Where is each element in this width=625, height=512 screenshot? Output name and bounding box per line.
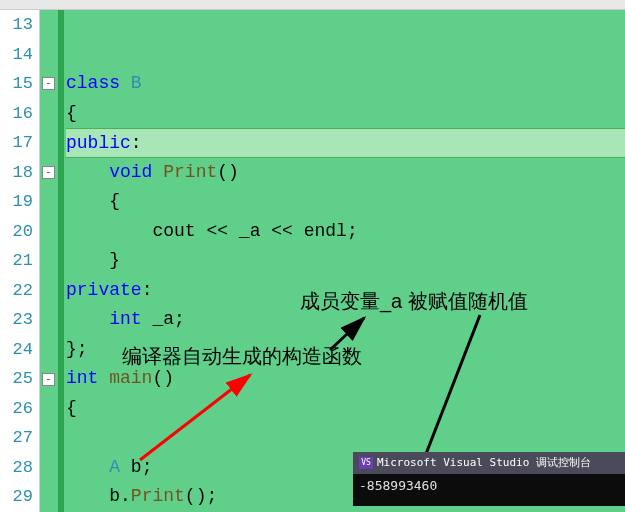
code-line xyxy=(66,423,625,453)
line-number: 25 xyxy=(0,364,33,394)
console-title-text: Microsoft Visual Studio 调试控制台 xyxy=(377,452,591,474)
fold-toggle-icon[interactable]: - xyxy=(42,373,55,386)
fold-toggle-icon[interactable]: - xyxy=(42,77,55,90)
line-number: 16 xyxy=(0,99,33,129)
line-number: 13 xyxy=(0,10,33,40)
fold-toggle-icon[interactable]: - xyxy=(42,166,55,179)
line-number: 24 xyxy=(0,335,33,365)
console-titlebar[interactable]: VS Microsoft Visual Studio 调试控制台 xyxy=(353,452,625,474)
line-number: 27 xyxy=(0,423,33,453)
line-number: 17 xyxy=(0,128,33,158)
code-line: }; xyxy=(66,335,625,365)
code-line xyxy=(66,40,625,70)
line-number-gutter: 13 14 15 16 17 18 19 20 21 22 23 24 25 2… xyxy=(0,10,40,512)
debug-console-window[interactable]: VS Microsoft Visual Studio 调试控制台 -858993… xyxy=(353,452,625,506)
code-line: } xyxy=(66,246,625,276)
code-line: void Print() xyxy=(66,158,625,188)
visual-studio-icon: VS xyxy=(359,457,373,469)
code-line: { xyxy=(66,99,625,129)
line-number: 20 xyxy=(0,217,33,247)
code-editor: 13 14 15 16 17 18 19 20 21 22 23 24 25 2… xyxy=(0,10,625,512)
code-line: class B xyxy=(66,69,625,99)
editor-topbar xyxy=(0,0,625,10)
code-line: private: xyxy=(66,276,625,306)
line-number: 15 xyxy=(0,69,33,99)
code-line: int _a; xyxy=(66,305,625,335)
console-output: -858993460 xyxy=(353,474,625,497)
code-line: { xyxy=(66,187,625,217)
line-number: 28 xyxy=(0,453,33,483)
line-number: 14 xyxy=(0,40,33,70)
fold-margin: - - - xyxy=(40,10,58,512)
line-number: 26 xyxy=(0,394,33,424)
line-number: 21 xyxy=(0,246,33,276)
code-line: { xyxy=(66,394,625,424)
line-number: 22 xyxy=(0,276,33,306)
line-number: 29 xyxy=(0,482,33,512)
line-number: 23 xyxy=(0,305,33,335)
code-line: cout << _a << endl; xyxy=(66,217,625,247)
code-text-area[interactable]: class B { public: void Print() { cout <<… xyxy=(64,10,625,512)
line-number: 18 xyxy=(0,158,33,188)
code-line: int main() xyxy=(66,364,625,394)
code-line xyxy=(66,10,625,40)
code-line-current: public: xyxy=(66,128,625,158)
line-number: 19 xyxy=(0,187,33,217)
